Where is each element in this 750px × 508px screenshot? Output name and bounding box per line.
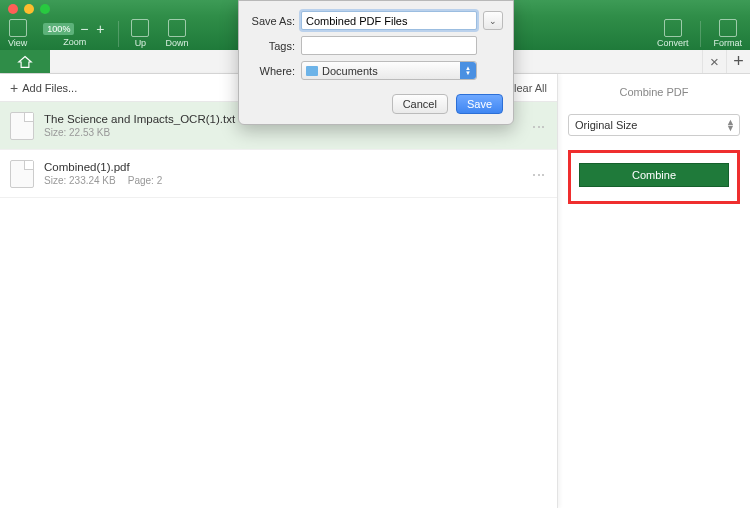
- format-icon: [719, 19, 737, 37]
- traffic-light-zoom[interactable]: [40, 4, 50, 14]
- arrow-down-icon: [168, 19, 186, 37]
- more-icon[interactable]: ⋮: [531, 120, 547, 133]
- file-size: Size: 22.53 KB: [44, 127, 110, 138]
- zoom-value[interactable]: 100%: [43, 23, 74, 35]
- zoom-in-icon[interactable]: +: [94, 21, 106, 37]
- more-icon[interactable]: ⋮: [531, 168, 547, 181]
- document-icon: [10, 112, 34, 140]
- tags-input[interactable]: [301, 36, 477, 55]
- traffic-light-minimize[interactable]: [24, 4, 34, 14]
- select-caret-icon: ▲▼: [726, 119, 735, 131]
- where-label: Where:: [249, 65, 301, 77]
- file-size: Size: 233.24 KB: [44, 175, 116, 186]
- down-button[interactable]: Down: [157, 17, 196, 50]
- annotation-highlight: Combine: [568, 150, 740, 204]
- arrow-up-icon: [131, 19, 149, 37]
- traffic-light-close[interactable]: [8, 4, 18, 14]
- zoom-out-icon[interactable]: −: [78, 21, 90, 37]
- add-files-label: Add Files...: [22, 82, 77, 94]
- down-label: Down: [165, 38, 188, 48]
- format-label: Format: [713, 38, 742, 48]
- select-stepper-icon: ▲▼: [460, 62, 476, 79]
- up-button[interactable]: Up: [123, 17, 157, 50]
- tags-label: Tags:: [249, 40, 301, 52]
- combine-button[interactable]: Combine: [579, 163, 729, 187]
- file-info: Combined(1).pdf Size: 233.24 KB Page: 2: [44, 161, 162, 186]
- save-button[interactable]: Save: [456, 94, 503, 114]
- cancel-button[interactable]: Cancel: [392, 94, 448, 114]
- save-as-label: Save As:: [249, 15, 301, 27]
- save-as-input[interactable]: [301, 11, 477, 30]
- toolbar-divider: [118, 21, 119, 47]
- add-files-button[interactable]: + Add Files...: [10, 80, 77, 96]
- format-button[interactable]: Format: [705, 17, 750, 50]
- home-tab[interactable]: [0, 50, 50, 73]
- file-name: The Science and Impacts_OCR(1).txt: [44, 113, 235, 125]
- file-name: Combined(1).pdf: [44, 161, 162, 173]
- new-tab-button[interactable]: +: [726, 50, 750, 73]
- where-select[interactable]: Documents ▲▼: [301, 61, 477, 80]
- file-list-panel: + Add Files... Clear All The Science and…: [0, 74, 558, 508]
- chevron-down-icon: ⌄: [489, 16, 497, 26]
- save-dialog: Save As: ⌄ Tags: Where: Documents ▲▼ Can…: [238, 0, 514, 125]
- zoom-control[interactable]: 100% − + Zoom: [35, 17, 114, 50]
- page-size-select[interactable]: Original Size ▲▼: [568, 114, 740, 136]
- file-row[interactable]: Combined(1).pdf Size: 233.24 KB Page: 2 …: [0, 150, 557, 198]
- view-label: View: [8, 38, 27, 48]
- convert-icon: [664, 19, 682, 37]
- zoom-label: Zoom: [63, 37, 86, 47]
- convert-button[interactable]: Convert: [649, 17, 697, 50]
- convert-label: Convert: [657, 38, 689, 48]
- where-value: Documents: [322, 65, 378, 77]
- plus-icon: +: [10, 80, 18, 96]
- close-tab-button[interactable]: ×: [702, 50, 726, 73]
- panel-title: Combine PDF: [568, 82, 740, 114]
- file-page: Page: 2: [128, 175, 162, 186]
- expand-dialog-button[interactable]: ⌄: [483, 11, 503, 30]
- file-info: The Science and Impacts_OCR(1).txt Size:…: [44, 113, 235, 138]
- page-size-value: Original Size: [575, 119, 637, 131]
- main-area: + Add Files... Clear All The Science and…: [0, 74, 750, 508]
- combine-panel: Combine PDF Original Size ▲▼ Combine: [558, 74, 750, 508]
- up-label: Up: [135, 38, 147, 48]
- view-button[interactable]: View: [0, 17, 35, 50]
- home-icon: [17, 55, 33, 69]
- folder-icon: [306, 66, 318, 76]
- toolbar-divider: [700, 21, 701, 47]
- document-icon: [10, 160, 34, 188]
- view-icon: [9, 19, 27, 37]
